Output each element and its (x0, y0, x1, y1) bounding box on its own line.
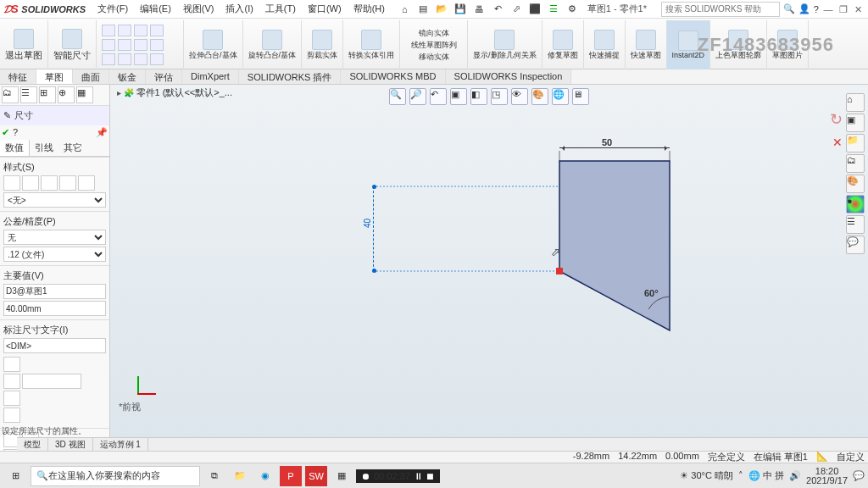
breadcrumb[interactable]: ▸ 🧩 零件1 (默认<<默认>_... (117, 86, 232, 99)
hide-show-icon[interactable]: 👁 (511, 88, 528, 105)
status-user[interactable]: 自定义 (837, 451, 865, 463)
revolve-button[interactable]: 旋转凸台/基体 (248, 30, 297, 61)
menu-help[interactable]: 帮助(H) (348, 1, 390, 17)
menu-file[interactable]: 文件(F) (92, 1, 133, 17)
extrude-button[interactable]: 拉伸凸台/基体 (189, 30, 237, 61)
arc-tool[interactable] (118, 25, 131, 36)
help-search-input[interactable] (661, 2, 780, 17)
settings-icon[interactable]: ⚙ (565, 2, 580, 17)
notifications-icon[interactable]: 💬 (853, 470, 865, 481)
explorer-icon[interactable]: 📁 (229, 466, 251, 486)
property-tab[interactable]: ☰ (20, 86, 37, 103)
subtab-leaders[interactable]: 引线 (30, 140, 58, 156)
forum-pane-icon[interactable]: 💬 (846, 236, 865, 254)
menu-insert[interactable]: 插入(I) (220, 1, 258, 17)
zoom-area-icon[interactable]: 🔎 (409, 88, 426, 105)
rect-tool[interactable] (150, 25, 164, 36)
menu-view[interactable]: 视图(V) (178, 1, 220, 17)
weather-widget[interactable]: ☀ 30°C 晴朗 (680, 469, 733, 482)
style-btn-5[interactable] (78, 175, 95, 191)
rapid-sketch-button[interactable]: 快速草图 (631, 30, 661, 61)
pin-icon[interactable]: 📌 (96, 127, 108, 138)
tab-3dviews[interactable]: 3D 视图 (48, 438, 93, 451)
slot-tool[interactable] (134, 53, 147, 65)
text-opt-1[interactable] (3, 374, 20, 389)
explorer-pane-icon[interactable]: 🗂 (846, 154, 865, 173)
app-icon-1[interactable]: P (280, 466, 302, 486)
text-opt-3[interactable] (3, 408, 20, 423)
display-tab[interactable]: ▦ (76, 86, 93, 103)
zoom-fit-icon[interactable]: 🔍 (389, 88, 406, 105)
text-opt-2[interactable] (3, 391, 20, 406)
open-icon[interactable]: 📂 (434, 2, 449, 17)
style-select[interactable]: <无> (3, 192, 106, 208)
start-button[interactable]: ⊞ (3, 466, 27, 486)
close-sketch-icon[interactable]: ✕ (832, 136, 843, 149)
ime-icon[interactable]: 🌐 中 拼 (748, 469, 784, 482)
appearances-pane-icon[interactable]: ● (846, 195, 865, 214)
convert-button[interactable]: 转换实体引用 (348, 30, 394, 61)
apply-scene-icon[interactable]: 🌐 (552, 88, 569, 105)
graphics-area[interactable]: 🔍 🔎 ↶ ▣ ◧ ◳ 👁 🎨 🌐 🖥 ▸ 🧩 零件1 (默认<<默认>_...… (110, 85, 868, 437)
solidworks-taskbar-icon[interactable]: SW (305, 466, 327, 486)
tab-addins[interactable]: SOLIDWORKS 插件 (239, 69, 342, 84)
prev-view-icon[interactable]: ↶ (430, 88, 447, 105)
dimxpert-tab[interactable]: ⊕ (58, 86, 75, 103)
text-opt-input-1[interactable] (22, 374, 81, 389)
dimension-name-input[interactable] (3, 284, 106, 299)
tolerance-precision-select[interactable]: .12 (文件) (3, 247, 106, 262)
feature-tree-tab[interactable]: 🗂 (2, 86, 19, 103)
recording-timer[interactable]: ⏺ 00:02:37 ⏸ ⏹ (356, 469, 440, 483)
plane-tool[interactable] (150, 53, 164, 65)
user-icon[interactable]: 👤 (798, 3, 810, 14)
move-button[interactable]: 移动实体 (419, 52, 449, 63)
restore-icon[interactable]: ❐ (837, 3, 849, 15)
style-btn-3[interactable] (41, 175, 58, 191)
menu-tools[interactable]: 工具(T) (260, 1, 301, 17)
select-icon[interactable]: ⬀ (509, 2, 524, 17)
dimension-vertical-value[interactable]: 40 (363, 219, 372, 228)
view-palette-icon[interactable]: 🎨 (846, 175, 865, 193)
menu-edit[interactable]: 编辑(E) (135, 1, 176, 17)
help-icon[interactable]: ? (814, 4, 819, 14)
resources-pane-icon[interactable]: ▣ (846, 114, 865, 132)
print-icon[interactable]: 🖶 (471, 2, 487, 17)
edit-appearance-icon[interactable]: 🎨 (531, 88, 548, 105)
circle-tool[interactable] (134, 25, 147, 36)
repair-button[interactable]: 修复草图 (548, 30, 578, 61)
save-icon[interactable]: 💾 (453, 2, 468, 17)
text-align-1[interactable] (3, 357, 20, 372)
windows-search-input[interactable]: 🔍 在这里输入你要搜索的内容 (31, 466, 200, 486)
view-settings-icon[interactable]: 🖥 (572, 88, 589, 105)
tray-chevron-icon[interactable]: ˄ (738, 470, 743, 481)
dimension-horizontal[interactable] (559, 147, 670, 148)
style-btn-2[interactable] (22, 175, 39, 191)
line-tool[interactable] (102, 25, 115, 36)
dimension-value-input[interactable] (3, 301, 106, 316)
subtab-other[interactable]: 其它 (58, 140, 87, 156)
home-pane-icon[interactable]: ⌂ (846, 93, 865, 112)
dimension-vertical[interactable] (373, 186, 374, 271)
new-icon[interactable]: ▤ (415, 2, 431, 17)
search-icon[interactable]: 🔍 (783, 3, 795, 14)
status-unit-icon[interactable]: 📐 (816, 451, 828, 463)
ok-button[interactable]: ✔ (2, 127, 9, 138)
system-clock[interactable]: 18:20 2021/9/17 (806, 467, 848, 485)
help-button[interactable]: ? (13, 127, 18, 138)
spline-tool[interactable] (102, 39, 115, 51)
taskview-icon[interactable]: ⧉ (203, 466, 225, 486)
linear-pattern-button[interactable]: 线性草图阵列 (411, 40, 457, 51)
tab-evaluate[interactable]: 评估 (146, 69, 182, 84)
style-btn-4[interactable] (59, 175, 76, 191)
section-view-icon[interactable]: ▣ (450, 88, 467, 105)
tab-inspection[interactable]: SOLIDWORKS Inspection (446, 69, 572, 84)
smart-dimension-button[interactable]: 智能尺寸 (53, 29, 91, 62)
fillet-tool[interactable] (150, 39, 164, 51)
ellipse-tool[interactable] (134, 39, 147, 51)
point-tool[interactable] (102, 53, 115, 65)
display-style-icon[interactable]: ◳ (491, 88, 508, 105)
edge-icon[interactable]: ◉ (254, 466, 276, 486)
volume-icon[interactable]: 🔊 (789, 470, 801, 481)
snap-button[interactable]: 快速捕捉 (589, 30, 620, 61)
app-icon-2[interactable]: ▦ (331, 466, 353, 486)
